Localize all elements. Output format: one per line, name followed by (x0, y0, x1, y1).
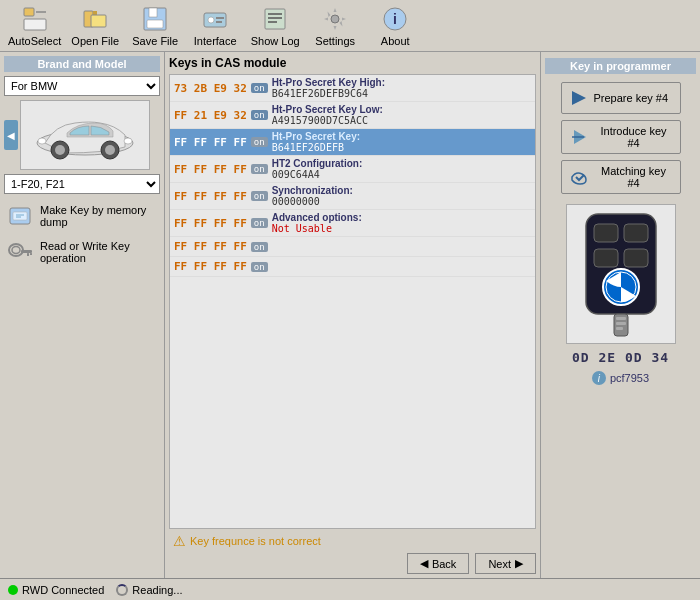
svg-rect-8 (147, 20, 163, 28)
reading-status: Reading... (116, 584, 182, 596)
info-icon: i (592, 371, 606, 385)
prepare-key-button[interactable]: Prepare key #4 (561, 82, 681, 114)
key-row-2[interactable]: FF 21 E9 32 on Ht-Pro Secret Key Low: A4… (170, 102, 535, 129)
showlog-icon (261, 5, 289, 33)
car-image (20, 100, 150, 170)
svg-point-22 (55, 145, 65, 155)
key-row-5[interactable]: FF FF FF FF on Synchronization: 00000000 (170, 183, 535, 210)
matching-icon (568, 166, 590, 188)
about-button[interactable]: i About (369, 5, 421, 47)
prepare-icon (568, 87, 590, 109)
key-tag-6[interactable]: on (251, 218, 268, 228)
key-row-4[interactable]: FF FF FF FF on HT2 Configuration: 009C64… (170, 156, 535, 183)
svg-marker-36 (572, 91, 586, 105)
key-info-4: HT2 Configuration: 009C64A4 (272, 158, 531, 180)
svg-point-17 (331, 15, 339, 23)
key-hex-5: FF FF FF FF (174, 190, 247, 203)
svg-rect-49 (616, 327, 623, 330)
make-key-button[interactable]: Make Key by memory dump (4, 198, 160, 234)
next-button[interactable]: Next ▶ (475, 553, 536, 574)
key-tag-1[interactable]: on (251, 83, 268, 93)
key-hex-4: FF FF FF FF (174, 163, 247, 176)
key-info-3: Ht-Pro Secret Key: B641EF26DEFB (272, 131, 531, 153)
key-tag-8[interactable]: on (251, 262, 268, 272)
connection-status: RWD Connected (8, 584, 104, 596)
key-row-1[interactable]: 73 2B E9 32 on Ht-Pro Secret Key High: B… (170, 75, 535, 102)
key-tag-3[interactable]: on (251, 137, 268, 147)
svg-rect-13 (265, 9, 285, 29)
read-write-key-button[interactable]: Read or Write Key operation (4, 234, 160, 270)
svg-point-32 (12, 247, 20, 254)
key-hex-7: FF FF FF FF (174, 240, 247, 253)
key-code: 0D 2E 0D 34 (572, 350, 669, 365)
left-panel: Brand and Model For BMW ◀ (0, 52, 165, 578)
toolbar: AutoSelect Open File Save File Interface (0, 0, 700, 52)
back-button[interactable]: ◀ Back (407, 553, 469, 574)
autoselect-button[interactable]: AutoSelect (8, 5, 61, 47)
openfile-button[interactable]: Open File (69, 5, 121, 47)
warning-icon: ⚠ (173, 533, 186, 549)
back-icon: ◀ (420, 557, 428, 570)
key-row-6[interactable]: FF FF FF FF on Advanced options: Not Usa… (170, 210, 535, 237)
key-info-6: Advanced options: Not Usable (272, 212, 531, 234)
key-row-3[interactable]: FF FF FF FF on Ht-Pro Secret Key: B641EF… (170, 129, 535, 156)
model-dropdown[interactable]: 1-F20, F21 (4, 174, 160, 194)
savefile-button[interactable]: Save File (129, 5, 181, 47)
svg-point-26 (38, 138, 46, 144)
right-panel-title: Key in programmer (545, 58, 696, 74)
key-hex-1: 73 2B E9 32 (174, 82, 247, 95)
settings-button[interactable]: Settings (309, 5, 361, 47)
svg-rect-35 (30, 253, 32, 255)
svg-rect-34 (27, 253, 29, 256)
svg-rect-11 (216, 17, 224, 19)
interface-icon (201, 5, 229, 33)
showlog-button[interactable]: Show Log (249, 5, 301, 47)
svg-rect-9 (204, 13, 226, 27)
key-hex-8: FF FF FF FF (174, 260, 247, 273)
bottom-buttons: ◀ Back Next ▶ (169, 549, 536, 574)
car-svg (25, 105, 145, 165)
svg-rect-41 (624, 224, 648, 242)
matching-key-button[interactable]: Matching key #4 (561, 160, 681, 194)
statusbar: RWD Connected Reading... (0, 578, 700, 600)
warning-text: ⚠ Key frequnce is not correct (169, 529, 536, 549)
svg-rect-7 (149, 8, 157, 17)
key-tag-2[interactable]: on (251, 110, 268, 120)
car-image-container: ◀ (4, 100, 160, 170)
autoselect-icon (21, 5, 49, 33)
key-tag-4[interactable]: on (251, 164, 268, 174)
spinner-icon (116, 584, 128, 596)
memory-dump-icon (6, 202, 34, 230)
key-row-7[interactable]: FF FF FF FF on (170, 237, 535, 257)
svg-rect-1 (24, 19, 46, 30)
key-info-5: Synchronization: 00000000 (272, 185, 531, 207)
chip-info: i pcf7953 (592, 371, 649, 385)
svg-rect-33 (21, 250, 32, 253)
key-operation-icon (6, 238, 34, 266)
svg-text:i: i (393, 11, 397, 27)
car-prev-arrow[interactable]: ◀ (4, 120, 18, 150)
settings-icon (321, 5, 349, 33)
svg-rect-12 (216, 21, 222, 23)
about-icon: i (381, 5, 409, 33)
svg-rect-40 (594, 224, 618, 242)
svg-rect-47 (616, 317, 626, 320)
next-icon: ▶ (515, 557, 523, 570)
center-title: Keys in CAS module (169, 56, 536, 70)
svg-rect-42 (594, 249, 618, 267)
key-tag-5[interactable]: on (251, 191, 268, 201)
svg-rect-28 (13, 212, 27, 220)
key-tag-7[interactable]: on (251, 242, 268, 252)
svg-rect-5 (91, 15, 106, 27)
openfile-icon (81, 5, 109, 33)
status-dot (8, 585, 18, 595)
keys-table: 73 2B E9 32 on Ht-Pro Secret Key High: B… (169, 74, 536, 529)
introduce-key-button[interactable]: Introduce key #4 (561, 120, 681, 154)
svg-point-25 (124, 138, 132, 144)
interface-button[interactable]: Interface (189, 5, 241, 47)
key-row-8[interactable]: FF FF FF FF on (170, 257, 535, 277)
key-info-1: Ht-Pro Secret Key High: B641EF26DEFB9C64 (272, 77, 531, 99)
key-fob-svg (576, 209, 666, 339)
brand-dropdown[interactable]: For BMW (4, 76, 160, 96)
right-panel: Key in programmer Prepare key #4 Introdu… (540, 52, 700, 578)
